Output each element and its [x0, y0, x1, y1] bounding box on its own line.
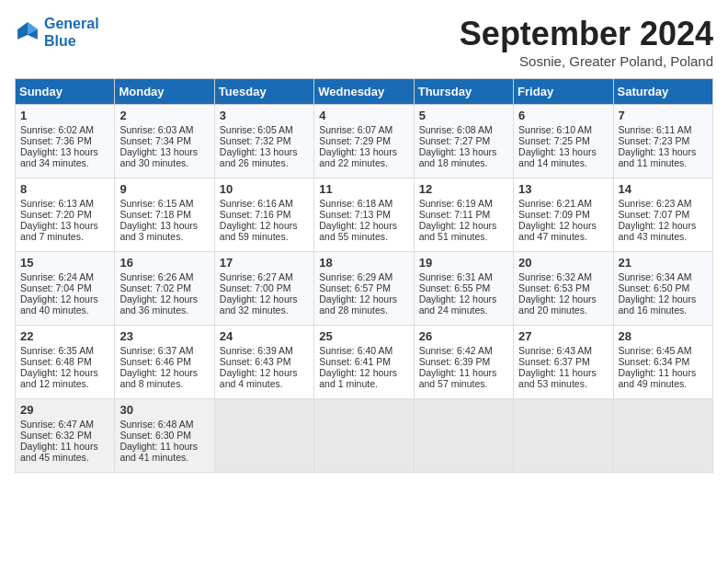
day-info: Sunrise: 6:24 AM: [20, 271, 109, 282]
location-subtitle: Sosnie, Greater Poland, Poland: [460, 53, 713, 69]
day-info: Sunset: 6:39 PM: [419, 356, 508, 367]
day-info: Sunrise: 6:11 AM: [619, 124, 708, 135]
day-info: and 51 minutes.: [419, 231, 508, 242]
day-number: 18: [319, 256, 408, 270]
day-number: 4: [319, 109, 408, 122]
day-number: 7: [619, 109, 708, 122]
day-info: Daylight: 12 hours: [319, 220, 408, 231]
day-info: Sunrise: 6:16 AM: [220, 198, 309, 209]
day-number: 10: [220, 182, 309, 196]
calendar-cell: 27Sunrise: 6:43 AMSunset: 6:37 PMDayligh…: [514, 326, 613, 399]
day-number: 28: [619, 329, 708, 343]
day-number: 23: [119, 329, 209, 343]
day-info: Sunrise: 6:27 AM: [220, 271, 309, 282]
calendar-cell: 13Sunrise: 6:21 AMSunset: 7:09 PMDayligh…: [514, 178, 613, 252]
day-number: 3: [220, 109, 309, 122]
day-info: and 34 minutes.: [20, 157, 109, 168]
calendar-cell: 30Sunrise: 6:48 AMSunset: 6:30 PMDayligh…: [115, 399, 214, 473]
calendar-cell: 9Sunrise: 6:15 AMSunset: 7:18 PMDaylight…: [115, 178, 214, 252]
day-number: 14: [619, 182, 708, 196]
day-number: 29: [20, 403, 109, 417]
calendar-cell: 12Sunrise: 6:19 AMSunset: 7:11 PMDayligh…: [414, 178, 513, 252]
calendar-cell: 23Sunrise: 6:37 AMSunset: 6:46 PMDayligh…: [115, 326, 214, 399]
weekday-header: Wednesday: [314, 79, 414, 105]
day-info: Sunrise: 6:37 AM: [119, 345, 209, 356]
day-info: and 57 minutes.: [419, 378, 508, 389]
day-info: and 20 minutes.: [518, 304, 608, 316]
day-info: Daylight: 13 hours: [20, 146, 109, 157]
day-info: Sunrise: 6:29 AM: [319, 271, 408, 282]
day-info: and 8 minutes.: [119, 378, 209, 389]
day-info: Sunrise: 6:21 AM: [518, 198, 608, 209]
day-info: Sunset: 6:37 PM: [518, 356, 608, 367]
day-info: Sunset: 7:32 PM: [220, 135, 309, 146]
day-info: and 55 minutes.: [319, 231, 408, 242]
calendar-cell: [314, 399, 414, 473]
day-info: Daylight: 13 hours: [518, 146, 608, 157]
calendar-cell: [214, 399, 313, 473]
day-number: 8: [20, 182, 109, 196]
logo-icon: [15, 19, 40, 45]
day-info: and 45 minutes.: [20, 452, 109, 463]
day-info: and 12 minutes.: [20, 378, 109, 389]
calendar-cell: 25Sunrise: 6:40 AMSunset: 6:41 PMDayligh…: [314, 326, 414, 399]
day-info: Daylight: 13 hours: [619, 146, 708, 157]
calendar-body: 1Sunrise: 6:02 AMSunset: 7:36 PMDaylight…: [16, 105, 713, 473]
weekday-header: Saturday: [613, 79, 712, 105]
day-info: Daylight: 13 hours: [119, 146, 209, 157]
day-info: Daylight: 11 hours: [119, 441, 209, 452]
day-info: Sunset: 6:48 PM: [20, 356, 109, 367]
day-info: Sunrise: 6:18 AM: [319, 198, 408, 209]
day-info: and 11 minutes.: [619, 157, 708, 168]
day-info: Daylight: 12 hours: [419, 220, 508, 231]
weekday-row: SundayMondayTuesdayWednesdayThursdayFrid…: [16, 79, 713, 105]
day-info: Sunrise: 6:08 AM: [419, 124, 508, 135]
day-number: 21: [619, 256, 708, 270]
day-info: Sunrise: 6:19 AM: [419, 198, 508, 209]
day-info: Daylight: 12 hours: [419, 293, 508, 304]
day-info: Sunrise: 6:07 AM: [319, 124, 408, 135]
day-info: Sunrise: 6:02 AM: [20, 124, 109, 135]
logo: General Blue: [15, 15, 99, 50]
day-info: Sunset: 7:20 PM: [20, 209, 109, 220]
weekday-header: Tuesday: [214, 79, 313, 105]
day-info: Daylight: 12 hours: [220, 220, 309, 231]
day-info: Daylight: 12 hours: [319, 293, 408, 304]
day-number: 5: [419, 109, 508, 122]
day-info: and 32 minutes.: [220, 304, 309, 316]
day-info: and 47 minutes.: [518, 231, 608, 242]
day-info: Daylight: 11 hours: [619, 367, 708, 378]
day-info: Sunset: 7:02 PM: [119, 282, 209, 293]
calendar-cell: 15Sunrise: 6:24 AMSunset: 7:04 PMDayligh…: [16, 252, 115, 326]
calendar-cell: 2Sunrise: 6:03 AMSunset: 7:34 PMDaylight…: [115, 105, 214, 178]
day-info: Sunrise: 6:31 AM: [419, 271, 508, 282]
weekday-header: Monday: [115, 79, 214, 105]
day-info: Sunrise: 6:47 AM: [20, 419, 109, 430]
day-info: Sunset: 7:27 PM: [419, 135, 508, 146]
day-info: Daylight: 13 hours: [220, 146, 309, 157]
day-info: Daylight: 12 hours: [119, 367, 209, 378]
calendar-cell: 6Sunrise: 6:10 AMSunset: 7:25 PMDaylight…: [514, 105, 613, 178]
day-number: 24: [220, 329, 309, 343]
day-info: Sunset: 6:43 PM: [220, 356, 309, 367]
day-info: Sunrise: 6:39 AM: [220, 345, 309, 356]
day-number: 15: [20, 256, 109, 270]
day-info: and 28 minutes.: [319, 304, 408, 316]
day-number: 2: [119, 109, 209, 122]
calendar-cell: 8Sunrise: 6:13 AMSunset: 7:20 PMDaylight…: [16, 178, 115, 252]
calendar-cell: 17Sunrise: 6:27 AMSunset: 7:00 PMDayligh…: [214, 252, 313, 326]
weekday-header: Friday: [514, 79, 613, 105]
day-info: and 26 minutes.: [220, 157, 309, 168]
day-number: 12: [419, 182, 508, 196]
calendar-cell: 11Sunrise: 6:18 AMSunset: 7:13 PMDayligh…: [314, 178, 414, 252]
day-number: 26: [419, 329, 508, 343]
calendar-cell: [514, 399, 613, 473]
day-number: 16: [119, 256, 209, 270]
day-info: Sunset: 6:55 PM: [419, 282, 508, 293]
day-info: Sunset: 6:50 PM: [619, 282, 708, 293]
day-info: Sunset: 7:09 PM: [518, 209, 608, 220]
day-info: Sunset: 7:00 PM: [220, 282, 309, 293]
page-header: General Blue September 2024 Sosnie, Grea…: [15, 15, 713, 69]
day-info: and 4 minutes.: [220, 378, 309, 389]
month-title: September 2024: [460, 15, 713, 53]
